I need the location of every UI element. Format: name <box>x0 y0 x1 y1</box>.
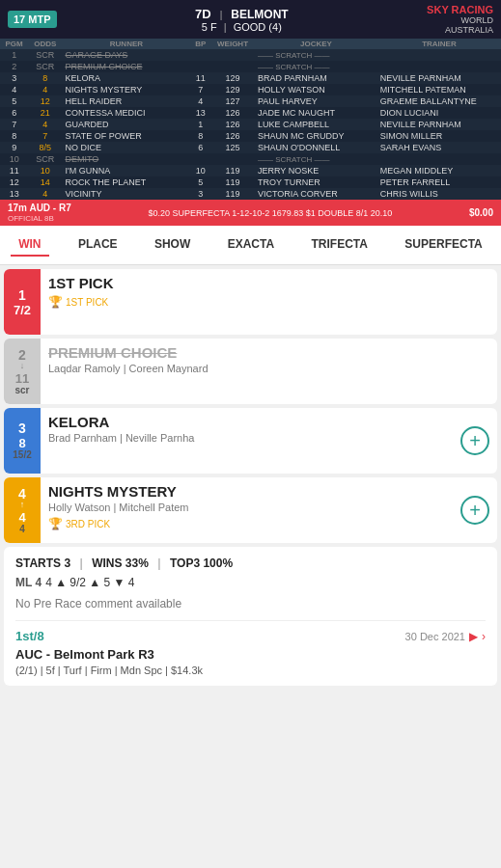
bp-cell: 6 <box>190 142 210 153</box>
runner-number-col: 1 7/2 <box>4 269 41 335</box>
runner-odds: 4 <box>19 524 25 534</box>
bp-cell: 8 <box>190 130 210 142</box>
track-name: BELMONT <box>231 8 288 21</box>
wins-val: 33% <box>125 556 149 570</box>
bp-cell <box>190 61 210 72</box>
trainer-cell: SARAH EVANS <box>377 142 501 153</box>
bet-type-exacta[interactable]: EXACTA <box>220 233 282 257</box>
bet-types-bar: WIN PLACE SHOW EXACTA TRIFECTA SUPERFECT… <box>0 226 501 265</box>
odds-cell: SCR <box>28 153 62 165</box>
odds-cell: 10 <box>28 165 62 176</box>
odds-cell: 4 <box>28 84 62 95</box>
past-race-date-text: 30 Dec 2021 <box>405 631 465 642</box>
pgm-cell: 1 <box>0 49 28 61</box>
jockey-cell: VICTORIA CORVER <box>255 188 377 200</box>
bet-type-show[interactable]: SHOW <box>147 233 198 257</box>
weight-cell: 119 <box>210 176 255 188</box>
col-trainer: TRAINER <box>377 39 501 49</box>
runner-card: 3 8 15/2 KELORABrad Parnham | Neville Pa… <box>4 408 497 474</box>
table-row: 9 8/5 NO DICE 6 125 SHAUN O'DONNELL SARA… <box>0 142 501 153</box>
past-race-section: 1st/8 30 Dec 2021 ▶ › AUC - Belmont Park… <box>15 620 486 676</box>
runner-cell: ROCK THE PLANET <box>62 176 190 188</box>
pgm-cell: 2 <box>0 61 28 72</box>
bp-cell <box>190 153 210 165</box>
pick-badge: 🏆3RD PICK <box>48 517 110 530</box>
wins-label: WINS <box>92 556 125 570</box>
runner-cell: HELL RAIDER <box>62 95 190 107</box>
top3-label: TOP3 <box>170 556 203 570</box>
table-row: 12 14 ROCK THE PLANET 5 119 TROY TURNER … <box>0 176 501 188</box>
bp-cell: 3 <box>190 188 210 200</box>
table-row: 1 SCR GARAGE DAYS —— SCRATCH —— <box>0 49 501 61</box>
pgm-cell: 6 <box>0 107 28 119</box>
weight-cell: 127 <box>210 95 255 107</box>
runner-cell: VICINITY <box>62 188 190 200</box>
pgm-cell: 13 <box>0 188 28 200</box>
pgm-cell: 10 <box>0 153 28 165</box>
jockey-cell: PAUL HARVEY <box>255 95 377 107</box>
table-row: 8 7 STATE OF POWER 8 126 SHAUN MC GRUDDY… <box>0 130 501 142</box>
trophy-icon: 🏆 <box>48 517 63 530</box>
runner-cell: CONTESSA MEDICI <box>62 107 190 119</box>
add-runner-button[interactable]: + <box>460 496 489 525</box>
table-row: 2 SCR PREMIUM CHOICE —— SCRATCH —— <box>0 61 501 72</box>
horse-number: 8 <box>18 437 25 449</box>
bp-cell: 7 <box>190 84 210 95</box>
odds-cell: 14 <box>28 176 62 188</box>
pgm-cell: 3 <box>0 72 28 84</box>
runner-info: KELORABrad Parnham | Neville Parnha <box>41 408 453 474</box>
ml-row: ML 4 4 ▲ 9/2 ▲ 5 ▼ 4 <box>15 576 486 589</box>
bet-type-win[interactable]: WIN <box>11 233 48 257</box>
runner-name: PREMIUM CHOICE <box>48 344 445 361</box>
jockey-cell: TROY TURNER <box>255 176 377 188</box>
weight-cell: 119 <box>210 188 255 200</box>
runner-position: 4 <box>18 487 26 501</box>
runner-cell: STATE OF POWER <box>62 130 190 142</box>
runner-cell: GARAGE DAYS <box>62 49 190 61</box>
runner-action <box>453 339 497 404</box>
runner-number-col: 3 8 15/2 <box>4 408 41 474</box>
timer-text: 17m AUD - R7 <box>8 203 71 213</box>
runner-position: 2 <box>18 348 26 362</box>
odds-cell: SCR <box>28 49 62 61</box>
trainer-cell: SIMON MILLER <box>377 130 501 142</box>
sky-sub: WORLD <box>427 15 493 25</box>
ticker-text: $0.20 SUPERFECTA 1-12-10-2 1679.83 $1 DO… <box>148 208 392 218</box>
table-row: 5 12 HELL RAIDER 4 127 PAUL HARVEY GRAEM… <box>0 95 501 107</box>
expand-icon[interactable]: › <box>482 630 486 643</box>
table-row: 10 SCR DEMITO —— SCRATCH —— <box>0 153 501 165</box>
horse-number: 11 <box>15 372 29 385</box>
horse-number: 4 <box>18 511 25 524</box>
trainer-cell: NEVILLE PARNHAM <box>377 119 501 130</box>
runner-info: 1ST PICK🏆1ST PICK <box>41 269 453 335</box>
add-runner-button[interactable]: + <box>460 426 489 455</box>
table-row: 6 21 CONTESSA MEDICI 13 126 JADE MC NAUG… <box>0 107 501 119</box>
runner-info: PREMIUM CHOICELaqdar Ramoly | Coreen May… <box>41 339 453 404</box>
runner-name: KELORA <box>48 414 445 430</box>
pick-label: 1ST PICK <box>66 297 108 308</box>
runner-card: 1 7/2 1ST PICK🏆1ST PICK <box>4 269 497 335</box>
trainer-cell: DION LUCIANI <box>377 107 501 119</box>
col-bp: BP <box>190 39 210 49</box>
bet-type-superfecta[interactable]: SUPERFECTA <box>397 233 489 257</box>
trainer-cell: CHRIS WILLIS <box>377 188 501 200</box>
table-row: 7 4 GUARDED 1 126 LUKE CAMPBELL NEVILLE … <box>0 119 501 130</box>
col-runner: RUNNER <box>62 39 190 49</box>
race-info: 7D | BELMONT 5 F | GOOD (4) <box>195 7 289 33</box>
sky-brand: SKY RACING <box>427 4 493 15</box>
runner-card: 2 ↓ 11 scr PREMIUM CHOICELaqdar Ramoly |… <box>4 339 497 404</box>
past-race-header: 1st/8 30 Dec 2021 ▶ › <box>15 629 486 643</box>
race-day: 7D <box>195 7 211 21</box>
timer-bar: 17m AUD - R7 OFFICIAL 8B $0.20 SUPERFECT… <box>0 200 501 226</box>
col-weight: WEIGHT <box>210 39 255 49</box>
pgm-cell: 11 <box>0 165 28 176</box>
bet-type-place[interactable]: PLACE <box>70 233 125 257</box>
top3-val: 100% <box>203 556 233 570</box>
runner-cell: NIGHTS MYSTERY <box>62 84 190 95</box>
starts-val: 3 <box>64 556 70 570</box>
bet-type-trifecta[interactable]: TRIFECTA <box>303 233 375 257</box>
runner-position: 1 <box>18 288 26 302</box>
table-row: 13 4 VICINITY 3 119 VICTORIA CORVER CHRI… <box>0 188 501 200</box>
replay-icon[interactable]: ▶ <box>469 630 478 643</box>
runner-cell: I'M GUNNA <box>62 165 190 176</box>
